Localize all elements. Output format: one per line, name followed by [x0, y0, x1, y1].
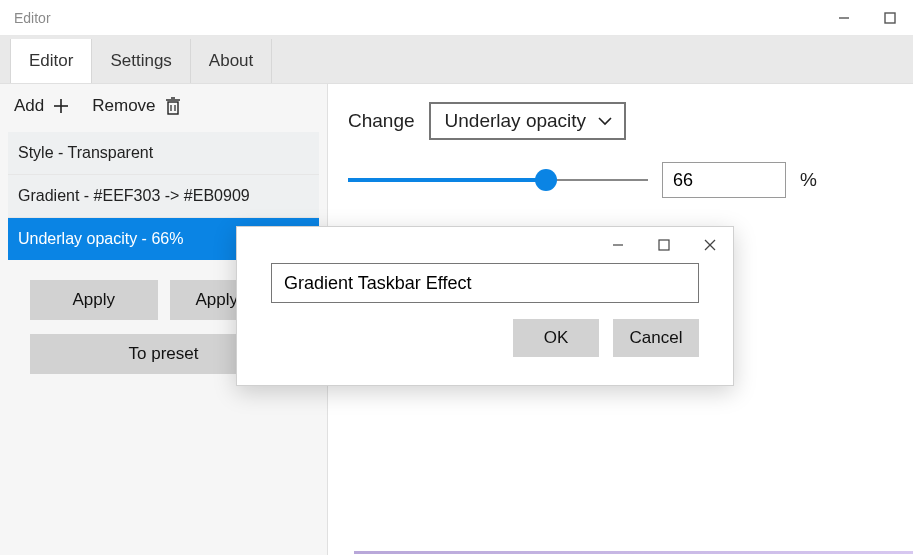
ok-button[interactable]: OK [513, 319, 599, 357]
window-minimize-button[interactable] [821, 0, 867, 36]
cancel-button[interactable]: Cancel [613, 319, 699, 357]
tab-editor[interactable]: Editor [10, 39, 92, 83]
remove-label: Remove [92, 96, 155, 116]
footer-accent-line [354, 551, 913, 554]
add-label: Add [14, 96, 44, 116]
dialog-titlebar [237, 227, 733, 263]
slider-fill [348, 178, 546, 182]
dialog-minimize-button[interactable] [595, 227, 641, 263]
minimize-icon [838, 12, 850, 24]
window-maximize-button[interactable] [867, 0, 913, 36]
window-titlebar: Editor [0, 0, 913, 36]
minimize-icon [612, 239, 624, 251]
left-toolbar: Add Remove [0, 84, 327, 126]
dropdown-selected: Underlay opacity [445, 110, 587, 132]
maximize-icon [658, 239, 670, 251]
dialog-button-row: OK Cancel [237, 303, 733, 357]
remove-button[interactable]: Remove [92, 96, 181, 116]
svg-rect-1 [885, 13, 895, 23]
close-icon [704, 239, 716, 251]
plus-icon [52, 97, 70, 115]
svg-rect-4 [168, 102, 178, 114]
tab-settings[interactable]: Settings [92, 39, 190, 83]
tab-about[interactable]: About [191, 39, 272, 83]
change-label: Change [348, 110, 415, 132]
opacity-slider[interactable] [348, 170, 648, 190]
value-row: % [348, 162, 893, 198]
opacity-value-input[interactable] [662, 162, 786, 198]
preset-name-input[interactable] [271, 263, 699, 303]
tabstrip: Editor Settings About [0, 36, 913, 84]
svg-rect-10 [659, 240, 669, 250]
preset-name-dialog: OK Cancel [236, 226, 734, 386]
dialog-close-button[interactable] [687, 227, 733, 263]
maximize-icon [884, 12, 896, 24]
apply-button[interactable]: Apply [30, 280, 158, 320]
window-title: Editor [0, 10, 51, 26]
trash-icon [164, 96, 182, 116]
change-row: Change Underlay opacity [348, 102, 893, 140]
chevron-down-icon [598, 116, 612, 126]
dialog-body [237, 263, 733, 303]
slider-thumb[interactable] [535, 169, 557, 191]
dialog-maximize-button[interactable] [641, 227, 687, 263]
list-item[interactable]: Gradient - #EEF303 -> #EB0909 [8, 174, 319, 217]
percent-suffix: % [800, 169, 817, 191]
add-button[interactable]: Add [14, 96, 70, 116]
change-property-dropdown[interactable]: Underlay opacity [429, 102, 627, 140]
list-item[interactable]: Style - Transparent [8, 132, 319, 174]
